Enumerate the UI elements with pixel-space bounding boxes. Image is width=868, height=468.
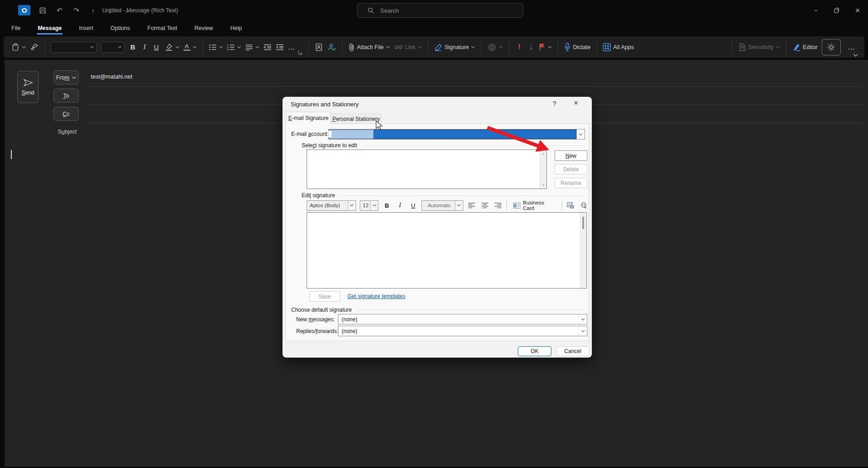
font-name-combobox[interactable] <box>51 42 97 53</box>
high-importance-button[interactable]: ! <box>515 43 523 52</box>
format-painter-icon <box>30 43 39 51</box>
signature-size-combobox[interactable]: 12 <box>360 200 378 211</box>
tab-personal-stationery[interactable]: Personal Stationery <box>331 114 382 124</box>
menu-insert[interactable]: Insert <box>78 23 94 33</box>
menu-options[interactable]: Options <box>109 23 131 33</box>
redo-icon[interactable]: ↷ <box>71 5 82 16</box>
font-color-button[interactable]: A <box>184 43 197 51</box>
scroll-down-icon[interactable]: ▼ <box>540 183 546 187</box>
font-size-chevron-icon <box>118 46 122 49</box>
signature-bold-button[interactable]: B <box>382 200 392 210</box>
save-icon[interactable] <box>37 5 48 16</box>
editor-button[interactable]: Editor <box>792 43 818 51</box>
signature-listbox[interactable]: ▲ ▼ <box>307 149 547 189</box>
size-chevron-icon[interactable] <box>370 201 378 210</box>
cancel-button[interactable]: Cancel <box>556 346 590 356</box>
email-account-chevron-icon[interactable] <box>576 129 585 139</box>
restore-button[interactable] <box>826 0 847 21</box>
delete-signature-button[interactable]: Delete <box>555 164 587 174</box>
menu-message[interactable]: Message <box>37 23 63 33</box>
text-highlight-button[interactable] <box>165 43 179 51</box>
theme-toggle-button[interactable] <box>822 39 841 55</box>
all-apps-button[interactable]: All Apps <box>603 43 634 51</box>
paragraph-dialog-launcher[interactable] <box>298 50 303 55</box>
signature-scrollbar[interactable] <box>580 213 586 288</box>
follow-up-flag-button[interactable] <box>539 43 552 51</box>
bullet-list-button[interactable] <box>209 44 223 51</box>
text-highlight-icon <box>165 43 173 51</box>
menu-review[interactable]: Review <box>193 23 214 33</box>
ribbon-more-options-button[interactable]: … <box>845 43 858 51</box>
collapse-ribbon-chevron[interactable] <box>853 54 858 57</box>
scroll-up-icon[interactable]: ▲ <box>540 151 546 155</box>
from-chevron-icon <box>72 76 76 79</box>
italic-button[interactable]: I <box>141 43 148 51</box>
insert-hyperlink-button[interactable] <box>579 200 589 210</box>
signature-button[interactable]: Signature <box>434 43 476 51</box>
subject-label[interactable]: Subject <box>58 129 77 135</box>
menu-file[interactable]: File <box>10 23 21 33</box>
get-signature-templates-link[interactable]: Get signature templates <box>347 293 405 299</box>
business-card-button[interactable]: Business Card <box>511 200 558 211</box>
loop-components-button[interactable] <box>487 43 503 52</box>
close-button[interactable]: × <box>847 0 868 21</box>
business-card-view-button[interactable] <box>315 43 323 51</box>
to-button[interactable]: To <box>54 89 79 103</box>
tab-email-signature[interactable]: E-mail Signature <box>286 112 331 124</box>
minimize-button[interactable]: − <box>805 0 826 21</box>
select-signature-groupline <box>363 145 585 146</box>
sensitivity-button[interactable]: Sensitivity <box>738 43 780 51</box>
from-button[interactable]: From <box>54 70 79 85</box>
alignment-chevron-icon <box>255 46 259 49</box>
numbered-list-button[interactable]: 123 <box>227 44 241 51</box>
replies-forwards-dropdown[interactable]: (none) <box>338 326 587 336</box>
new-signature-button[interactable]: New <box>555 150 587 161</box>
font-size-combobox[interactable] <box>101 42 124 53</box>
insert-picture-button[interactable] <box>566 200 575 210</box>
align-right-button[interactable] <box>493 200 503 210</box>
signature-underline-button[interactable]: U <box>408 200 418 210</box>
move-up-icon[interactable]: ↑ <box>88 5 99 16</box>
format-painter-button[interactable] <box>30 43 39 51</box>
bold-button[interactable]: B <box>129 43 137 51</box>
save-signature-button[interactable]: Save <box>309 291 340 302</box>
attach-file-button[interactable]: Attach File <box>348 43 390 51</box>
more-paragraph-options-button[interactable]: … <box>288 43 296 51</box>
increase-indent-button[interactable] <box>276 44 284 50</box>
decrease-indent-button[interactable] <box>263 44 272 50</box>
underline-button[interactable]: U <box>152 43 161 51</box>
align-center-button[interactable] <box>480 200 490 210</box>
dialog-close-button[interactable]: × <box>571 99 581 107</box>
link-button[interactable]: Link <box>394 44 422 50</box>
signature-font-combobox[interactable]: Aptos (Body) <box>307 200 356 211</box>
check-names-button[interactable] <box>327 43 336 51</box>
dialog-help-button[interactable]: ? <box>550 100 559 107</box>
replies-chevron-icon[interactable] <box>579 326 587 336</box>
color-chevron-icon[interactable] <box>455 201 463 210</box>
signature-scrollbar-thumb[interactable] <box>582 217 584 229</box>
email-account-combobox[interactable] <box>328 129 585 139</box>
rename-signature-button[interactable]: Rename <box>555 178 587 188</box>
new-messages-dropdown[interactable]: (none) <box>338 314 587 324</box>
ok-button[interactable]: OK <box>518 346 551 356</box>
signature-color-combobox[interactable]: Automatic <box>422 200 463 211</box>
undo-icon[interactable]: ↶ <box>54 5 65 16</box>
cc-button[interactable]: Cc <box>54 107 79 121</box>
new-messages-chevron-icon[interactable] <box>579 314 587 324</box>
menu-help[interactable]: Help <box>229 23 243 33</box>
signature-italic-button[interactable]: I <box>395 200 405 210</box>
search-input[interactable]: Search <box>357 3 523 18</box>
listbox-scrollbar[interactable]: ▲ ▼ <box>540 150 546 189</box>
send-icon <box>23 79 33 87</box>
low-importance-button[interactable]: ↓ <box>527 43 535 52</box>
send-button[interactable]: Send <box>17 71 39 103</box>
signature-edit-textarea[interactable] <box>307 212 587 289</box>
send-label: Send <box>21 90 34 96</box>
alignment-button[interactable] <box>245 44 259 50</box>
from-address-value[interactable]: test@matahi.net <box>91 74 132 80</box>
menu-format-text[interactable]: Format Text <box>146 23 178 33</box>
font-chevron-icon[interactable] <box>348 201 356 210</box>
align-left-button[interactable] <box>467 200 476 210</box>
dictate-button[interactable]: Dictate <box>564 43 590 51</box>
paste-button[interactable] <box>12 43 26 51</box>
